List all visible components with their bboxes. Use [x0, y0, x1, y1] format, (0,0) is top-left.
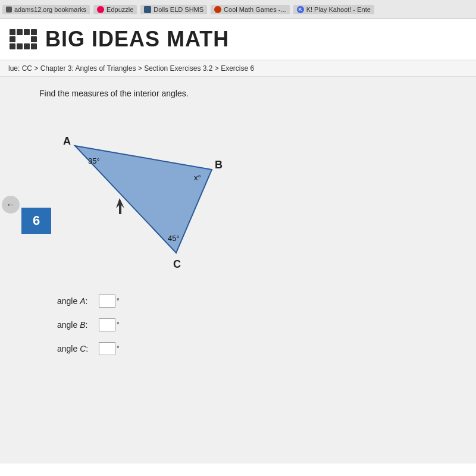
main-content: ← 6 Find the measures of the interior an…	[0, 77, 476, 464]
tab-bar: adams12.org bookmarks Edpuzzle Dolls ELD…	[0, 0, 476, 19]
tab-kahoot[interactable]: K K! Play Kahoot! - Ente	[293, 5, 374, 14]
site-header: BIG IDEAS MATH	[0, 19, 476, 61]
dolls-favicon	[144, 6, 151, 13]
logo-icon	[10, 29, 37, 49]
answers-area: angle A: ° angle B: ° angle C: °	[57, 295, 458, 355]
angle-a-label: 35°	[88, 156, 100, 165]
vertex-a-label: A	[63, 135, 71, 147]
tab-dolls-label: Dolls ELD SHMS	[154, 6, 203, 13]
angle-b-degree: °	[117, 321, 120, 329]
angle-a-answer-label: angle A:	[57, 296, 99, 306]
angle-a-input[interactable]	[99, 295, 115, 308]
angle-b-answer-label: angle B:	[57, 320, 99, 330]
tab-kahoot-label: K! Play Kahoot! - Ente	[306, 6, 371, 13]
tab-dolls[interactable]: Dolls ELD SHMS	[140, 5, 207, 14]
triangle-diagram: A B C 35° x° 45°	[57, 110, 248, 277]
tab-coolmath-label: Cool Math Games -...	[224, 6, 286, 13]
vertex-b-label: B	[215, 159, 223, 171]
answer-row-a: angle A: °	[57, 295, 458, 308]
angle-c-input[interactable]	[99, 342, 115, 355]
edpuzzle-favicon	[97, 6, 104, 13]
answer-row-b: angle B: °	[57, 318, 458, 331]
site-title: BIG IDEAS MATH	[45, 27, 229, 52]
kahoot-favicon: K	[297, 6, 304, 13]
adams-favicon	[6, 7, 12, 12]
question-text: Find the measures of the interior angles…	[39, 89, 458, 98]
tab-adams-label: adams12.org bookmarks	[14, 6, 86, 13]
side-nav: ←	[0, 77, 21, 464]
cursor-icon	[116, 198, 124, 214]
exercise-area: 6 Find the measures of the interior angl…	[21, 77, 476, 464]
answer-row-c: angle C: °	[57, 342, 458, 355]
vertex-c-label: C	[173, 258, 181, 270]
angle-a-degree: °	[117, 297, 120, 305]
breadcrumb: lue: CC > Chapter 3: Angles of Triangles…	[0, 61, 476, 77]
breadcrumb-text: lue: CC > Chapter 3: Angles of Triangles…	[8, 64, 254, 73]
angle-c-answer-label: angle C:	[57, 344, 99, 353]
tab-adams[interactable]: adams12.org bookmarks	[2, 5, 90, 14]
exercise-number: 6	[21, 208, 51, 234]
angle-c-label: 45°	[168, 234, 180, 243]
coolmath-favicon	[214, 6, 221, 13]
tab-coolmath[interactable]: Cool Math Games -...	[211, 5, 290, 14]
triangle-svg: A B C 35° x° 45°	[57, 110, 248, 277]
angle-b-input[interactable]	[99, 318, 115, 331]
angle-c-degree: °	[117, 345, 120, 353]
tab-edpuzzle[interactable]: Edpuzzle	[93, 5, 137, 14]
prev-button[interactable]: ←	[2, 196, 20, 214]
tab-edpuzzle-label: Edpuzzle	[107, 6, 133, 13]
angle-b-label: x°	[194, 173, 201, 182]
